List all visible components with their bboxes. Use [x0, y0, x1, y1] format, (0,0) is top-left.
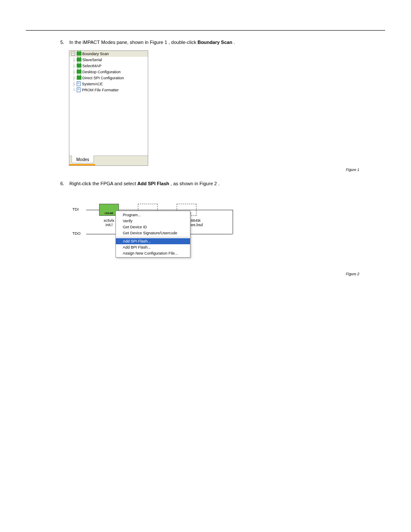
- bold-term: Boundary Scan: [197, 40, 232, 45]
- text: .: [218, 181, 220, 186]
- tree-item-label: SlaveSerial: [82, 58, 102, 62]
- tree-item[interactable]: ├ SlaveSerial: [69, 57, 148, 63]
- figure-2-caption: Figure 2: [26, 272, 359, 276]
- modes-panel: + Boundary Scan ├ SlaveSerial ├ SelectMA…: [69, 50, 148, 166]
- tree-item-label: Direct SPI Configuration: [82, 76, 124, 80]
- bold-term: Add SPI Flash: [137, 181, 169, 186]
- jtag-wire: [233, 210, 233, 234]
- document-icon: [77, 87, 81, 92]
- figure-1-caption: Figure 1: [26, 168, 359, 172]
- active-tab-indicator: [69, 164, 95, 165]
- tree-connector-icon: ├: [71, 76, 77, 80]
- step-5-paragraph: 5. In the iMPACT Modes pane, shown in Fi…: [60, 39, 362, 46]
- step-number: 5.: [60, 39, 68, 46]
- top-rule: [26, 30, 385, 31]
- tree-item-label: Desktop Configuration: [82, 70, 121, 74]
- chip-icon: [77, 64, 81, 68]
- text: In the iMPACT Modes pane, shown in: [69, 40, 150, 45]
- tree-connector-icon: ├: [71, 64, 77, 68]
- figure-ref: Figure 1: [150, 40, 167, 45]
- menu-item-add-bpi-flash[interactable]: Add BPI Flash...: [116, 244, 190, 250]
- figure-ref: Figure 2: [199, 181, 217, 186]
- context-menu: Program... Verify Get Device ID Get Devi…: [115, 211, 190, 258]
- tree-connector-icon: └: [71, 88, 77, 92]
- menu-item-assign-config-file[interactable]: Assign New Configuration File...: [116, 250, 190, 256]
- menu-item-verify[interactable]: Verify: [116, 218, 190, 224]
- menu-separator: [117, 237, 189, 237]
- step-number: 6.: [60, 180, 68, 187]
- xilinx-logo-icon: XXILINX: [104, 212, 113, 215]
- menu-item-program[interactable]: Program...: [116, 212, 190, 218]
- document-icon: [77, 81, 81, 86]
- expand-icon[interactable]: +: [71, 52, 75, 56]
- tree-item-label: PROM File Formatter: [82, 88, 119, 92]
- chip-icon: [77, 58, 81, 62]
- jtag-chain-figure: TDI TDO XXILINX XXILINX XXILINX xc5vlx i…: [69, 193, 241, 270]
- menu-item-add-spi-flash[interactable]: Add SPI Flash...: [116, 238, 190, 244]
- tab-label: Modes: [76, 157, 89, 162]
- page: 5. In the iMPACT Modes pane, shown in Fi…: [0, 30, 411, 302]
- tree-item-label: SelectMAP: [82, 64, 102, 68]
- menu-item-get-signature[interactable]: Get Device Signature/Usercode: [116, 230, 190, 236]
- modes-tab[interactable]: Modes: [72, 156, 94, 163]
- tree-root-label: Boundary Scan: [82, 52, 109, 56]
- tdo-label: TDO: [72, 231, 81, 236]
- tree-connector-icon: ├: [71, 58, 77, 62]
- tree-item[interactable]: ├ SystemACE: [69, 81, 148, 87]
- chip-icon: [77, 76, 81, 80]
- text: Right-click the FPGA and select: [69, 181, 137, 186]
- tree-item[interactable]: ├ Desktop Configuration: [69, 69, 148, 75]
- text: .: [234, 40, 235, 45]
- step-6-paragraph: 6. Right-click the FPGA and select Add S…: [60, 180, 362, 187]
- chip-icon: [77, 52, 81, 56]
- tree-item[interactable]: ├ Direct SPI Configuration: [69, 75, 148, 81]
- tree-item[interactable]: ├ SelectMAP: [69, 63, 148, 69]
- tdi-label: TDI: [72, 207, 79, 212]
- text: , as shown in: [171, 181, 199, 186]
- tree-item-label: SystemACE: [82, 82, 103, 86]
- menu-item-get-device-id[interactable]: Get Device ID: [116, 224, 190, 230]
- text: , double-click: [168, 40, 197, 45]
- tree-connector-icon: ├: [71, 70, 77, 74]
- chip-icon: [77, 70, 81, 74]
- tree-item[interactable]: └ PROM File Formatter: [69, 87, 148, 93]
- tree-connector-icon: ├: [71, 82, 77, 86]
- tree-root-row[interactable]: + Boundary Scan: [69, 51, 148, 57]
